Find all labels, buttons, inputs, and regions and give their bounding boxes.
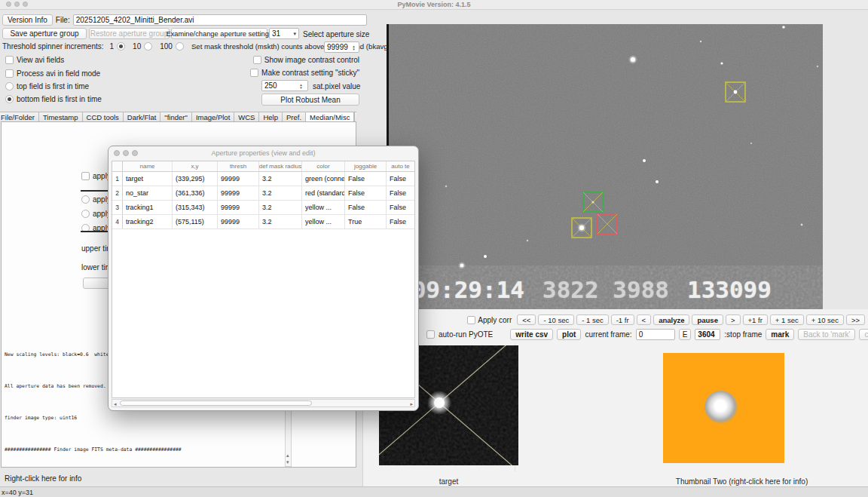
restore-aperture-group-button[interactable]: Restore aperture group <box>89 28 170 39</box>
file-input[interactable] <box>73 14 367 26</box>
clear-data-button[interactable]: clear data <box>859 329 868 340</box>
increment-10-radio[interactable] <box>144 42 152 51</box>
cell-xy[interactable]: (575,115) <box>173 215 218 229</box>
cell-thresh[interactable]: 99999 <box>218 172 259 186</box>
show-contrast-checkbox[interactable] <box>253 56 261 64</box>
auto-run-pyote-checkbox[interactable] <box>426 330 435 339</box>
row-number[interactable]: 1 <box>112 172 123 186</box>
cell-thresh[interactable]: 99999 <box>218 201 259 214</box>
tab-median-misc[interactable]: Median/Misc <box>305 112 354 123</box>
cell-auto[interactable]: False <box>387 186 414 200</box>
row-number[interactable]: 4 <box>112 215 123 229</box>
step-forward-button[interactable]: > <box>726 314 741 325</box>
step-back-button[interactable]: < <box>637 314 652 325</box>
tab-timestamp[interactable]: Timestamp <box>38 112 82 123</box>
tab-pref[interactable]: Pref. <box>282 112 305 123</box>
analyze-button[interactable]: analyze <box>653 314 689 325</box>
increment-1-radio[interactable] <box>117 42 125 51</box>
col-header-xy[interactable]: x,y <box>173 161 218 171</box>
cell-joggable[interactable]: True <box>345 215 387 229</box>
examine-aperture-settings-button[interactable]: Examine/change aperture settings <box>171 28 267 39</box>
col-header-thresh[interactable]: thresh <box>218 161 259 171</box>
back-10-sec-button[interactable]: - 10 sec <box>538 314 574 325</box>
apply-radio-1[interactable] <box>81 195 90 204</box>
forward-1-frame-button[interactable]: +1 fr <box>743 314 768 325</box>
scroll-down-icon[interactable]: ▾ <box>286 459 289 465</box>
aperture-size-select[interactable]: 31 ▾ <box>269 28 299 39</box>
fast-forward-button[interactable]: >> <box>846 314 865 325</box>
cell-auto[interactable]: False <box>387 172 414 186</box>
cell-color[interactable]: yellow ... <box>302 215 345 229</box>
cell-radius[interactable]: 3.2 <box>259 201 302 214</box>
cell-thresh[interactable]: 99999 <box>218 215 259 229</box>
col-header-auto[interactable]: auto te <box>387 161 414 171</box>
cell-color[interactable]: green (conne... <box>302 172 345 186</box>
back-to-mark-button[interactable]: Back to 'mark' <box>798 329 855 340</box>
view-avi-fields-checkbox[interactable] <box>5 56 14 64</box>
process-avi-checkbox[interactable] <box>5 69 14 78</box>
tab-file-folder[interactable]: File/Folder <box>0 112 38 123</box>
image-view[interactable] <box>387 24 823 309</box>
cell-joggable[interactable]: False <box>345 186 387 200</box>
apply-corr-checkbox[interactable] <box>467 316 475 324</box>
cell-name[interactable]: tracking1 <box>123 201 173 214</box>
sticky-contrast-checkbox[interactable] <box>250 69 258 77</box>
write-csv-button[interactable]: write csv <box>510 329 553 340</box>
cell-xy[interactable]: (339,295) <box>173 172 218 186</box>
stop-frame-value[interactable]: 3604 <box>695 329 720 340</box>
tab-ccd-tools[interactable]: CCD tools <box>82 112 123 123</box>
apply-checkbox[interactable] <box>81 172 90 180</box>
stepper-down-icon[interactable]: ▾ <box>351 48 356 51</box>
col-header-color[interactable]: color <box>302 161 345 171</box>
cell-xy[interactable]: (315,343) <box>173 201 218 214</box>
early-limit-button[interactable]: E <box>679 329 692 340</box>
tab-wcs[interactable]: WCS <box>234 112 258 123</box>
row-number[interactable]: 3 <box>112 201 123 214</box>
apply-radio-2[interactable] <box>81 210 90 218</box>
bottom-field-radio[interactable] <box>5 95 14 103</box>
mask-threshold-spinner[interactable]: 99999 ▴▾ <box>324 41 359 53</box>
tab-dark-flat[interactable]: Dark/Flat <box>123 112 160 123</box>
stepper-down-icon[interactable]: ▾ <box>297 86 305 89</box>
scroll-left-icon[interactable]: ◂ <box>114 401 117 406</box>
cell-name[interactable]: target <box>123 172 173 186</box>
cell-xy[interactable]: (361,336) <box>173 186 218 200</box>
plot-button[interactable]: plot <box>557 329 581 340</box>
cell-radius[interactable]: 3.2 <box>259 186 302 200</box>
cell-color[interactable]: red (standard) <box>302 186 345 200</box>
scroll-up-icon[interactable]: ▴ <box>286 453 289 458</box>
rewind-fast-button[interactable]: << <box>517 314 536 325</box>
cell-radius[interactable]: 3.2 <box>259 215 302 229</box>
row-number[interactable]: 2 <box>112 186 123 200</box>
cell-radius[interactable]: 3.2 <box>259 172 302 186</box>
back-1-sec-button[interactable]: - 1 sec <box>576 314 609 325</box>
scroll-right-icon[interactable]: ▸ <box>410 401 413 406</box>
mark-button[interactable]: mark <box>766 329 794 340</box>
tab-help[interactable]: Help <box>258 112 282 123</box>
partial-button[interactable] <box>83 278 111 289</box>
forward-10-sec-button[interactable]: + 10 sec <box>806 314 844 325</box>
back-1-frame-button[interactable]: -1 fr <box>611 314 634 325</box>
pause-button[interactable]: pause <box>692 314 723 325</box>
cell-auto[interactable]: False <box>387 215 414 229</box>
cell-auto[interactable]: False <box>387 201 414 214</box>
cell-joggable[interactable]: False <box>345 201 387 214</box>
version-info-button[interactable]: Version Info <box>2 14 53 26</box>
col-header-name[interactable]: name <box>123 161 173 171</box>
tab-finder[interactable]: "finder" <box>160 112 191 123</box>
col-header-joggable[interactable]: joggable <box>345 161 387 171</box>
thumbnail-two[interactable] <box>663 353 784 463</box>
cell-name[interactable]: tracking2 <box>123 215 173 229</box>
tab-scroll-left-icon[interactable]: ◂ <box>354 112 356 123</box>
forward-1-sec-button[interactable]: + 1 sec <box>770 314 804 325</box>
tab-image-plot[interactable]: Image/Plot <box>191 112 234 123</box>
save-aperture-group-button[interactable]: Save aperture group <box>2 28 87 39</box>
col-header-def-mask-radius[interactable]: def mask radius <box>259 161 302 171</box>
increment-100-radio[interactable] <box>176 42 184 51</box>
cell-name[interactable]: no_star <box>123 186 173 200</box>
plot-robust-mean-button[interactable]: Plot Robust Mean <box>261 94 359 106</box>
cell-thresh[interactable]: 99999 <box>218 186 259 200</box>
top-field-radio[interactable] <box>5 82 14 91</box>
dialog-h-scrollbar[interactable]: ◂ ▸ <box>112 399 415 407</box>
sat-pixel-spinner[interactable]: 250 ▴▾ <box>261 80 308 91</box>
